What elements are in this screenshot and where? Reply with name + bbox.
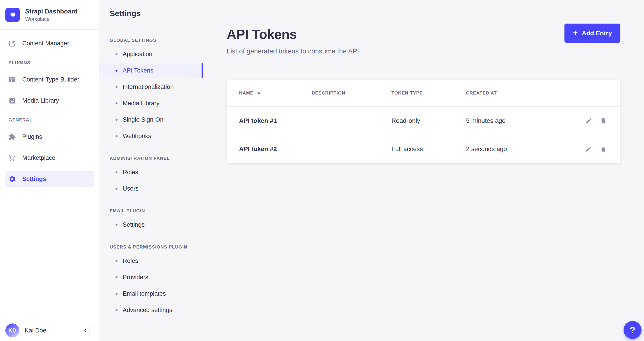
table-header-row: NAME DESCRIPTION TOKEN TYPE CREATED AT	[227, 80, 620, 107]
add-entry-label: Add Entry	[582, 30, 612, 37]
sidebar-item-settings[interactable]: Settings	[5, 171, 94, 187]
cell-created-at: 2 seconds ago	[466, 145, 574, 153]
pen-square-icon	[8, 40, 16, 47]
edit-button[interactable]	[584, 144, 593, 154]
settings-item-label: Providers	[123, 274, 148, 281]
main-content: API Tokens List of generated tokens to c…	[203, 0, 644, 341]
brand-title: Strapi Dashboard	[25, 7, 78, 15]
cell-created-at: 5 minutes ago	[466, 117, 574, 124]
settings-item-label: Media Library	[123, 100, 160, 107]
image-icon	[8, 97, 16, 104]
bullet-icon	[116, 171, 118, 173]
settings-item-label: Webhooks	[123, 133, 151, 140]
chevron-left-icon	[83, 328, 88, 333]
main-nav: Content Manager PLUGINS Content-Type Bui…	[0, 30, 99, 187]
column-header-description: DESCRIPTION	[312, 90, 392, 96]
settings-item-internationalization[interactable]: Internationalization	[99, 80, 203, 94]
settings-item-providers[interactable]: Providers	[99, 270, 203, 285]
settings-item-webhooks[interactable]: Webhooks	[99, 129, 203, 143]
bullet-icon	[116, 70, 118, 72]
sidebar-item-media-library[interactable]: Media Library	[5, 93, 94, 108]
settings-item-label: Application	[123, 51, 152, 58]
bullet-icon	[116, 102, 118, 104]
settings-item-label: API Tokens	[123, 67, 153, 74]
settings-item-label: Email templates	[123, 290, 166, 297]
trash-icon	[600, 146, 607, 152]
bullet-icon	[116, 309, 118, 311]
bullet-icon	[116, 119, 118, 121]
settings-sub-sidebar: Settings GLOBAL SETTINGS Application API…	[99, 0, 203, 341]
settings-item-media-library[interactable]: Media Library	[99, 96, 203, 110]
bullet-icon	[116, 224, 118, 226]
settings-section-global-settings: GLOBAL SETTINGS	[110, 38, 203, 43]
column-header-name[interactable]: NAME	[239, 90, 312, 96]
pencil-icon	[585, 146, 592, 152]
table-row[interactable]: API token #1 Read-only 5 minutes ago	[227, 107, 620, 135]
bullet-icon	[116, 135, 118, 137]
pencil-icon	[585, 117, 592, 124]
api-tokens-table: NAME DESCRIPTION TOKEN TYPE CREATED AT A…	[227, 80, 620, 163]
settings-panel-title: Settings	[110, 9, 203, 18]
sidebar-footer: KD Kai Doe	[0, 320, 99, 341]
bullet-icon	[116, 86, 118, 88]
settings-item-api-tokens[interactable]: API Tokens	[99, 63, 203, 78]
settings-section-users-permissions-plugin: USERS & PERMISSIONS PLUGIN	[110, 245, 203, 250]
column-header-token-type: TOKEN TYPE	[392, 90, 466, 96]
help-button[interactable]: ?	[624, 321, 642, 339]
sidebar-item-label: Plugins	[22, 133, 42, 140]
sidebar-item-label: Content-Type Builder	[22, 76, 79, 83]
bullet-icon	[116, 276, 118, 278]
settings-item-single-sign-on[interactable]: Single Sign-On	[99, 112, 203, 127]
divider	[110, 25, 120, 25]
sidebar-section-general: GENERAL	[8, 117, 94, 123]
column-header-label: NAME	[239, 90, 254, 96]
settings-item-label: Advanced settings	[123, 307, 172, 314]
layout-icon	[8, 76, 16, 83]
collapse-sidebar-button[interactable]	[81, 325, 90, 336]
settings-item-label: Roles	[123, 258, 138, 265]
user-name: Kai Doe	[25, 327, 46, 334]
settings-item-email-templates[interactable]: Email templates	[99, 287, 203, 301]
add-entry-button[interactable]: + Add Entry	[564, 23, 620, 43]
delete-button[interactable]	[598, 144, 608, 154]
delete-button[interactable]	[598, 116, 608, 125]
settings-item-email-settings[interactable]: Settings	[99, 218, 203, 232]
settings-item-admin-users[interactable]: Users	[99, 181, 203, 196]
settings-item-label: Settings	[123, 221, 145, 228]
cell-name: API token #2	[239, 145, 312, 153]
edit-button[interactable]	[584, 116, 593, 125]
page-header-text: API Tokens List of generated tokens to c…	[227, 23, 359, 55]
row-actions	[574, 116, 608, 125]
user-info[interactable]: KD Kai Doe	[6, 324, 46, 338]
brand-subtitle: Workplace	[25, 16, 78, 22]
sidebar-section-plugins: PLUGINS	[8, 60, 94, 65]
trash-icon	[600, 117, 607, 124]
sidebar-item-label: Media Library	[22, 97, 59, 104]
settings-item-admin-roles[interactable]: Roles	[99, 165, 203, 179]
page-subtitle: List of generated tokens to consume the …	[227, 47, 359, 55]
settings-item-application[interactable]: Application	[99, 47, 203, 61]
settings-item-advanced-settings[interactable]: Advanced settings	[99, 303, 203, 317]
cell-name: API token #1	[239, 117, 312, 124]
settings-section-email-plugin: EMAIL PLUGIN	[110, 208, 203, 214]
cell-token-type: Read-only	[392, 117, 466, 124]
column-header-created-at: CREATED AT	[466, 90, 574, 96]
sidebar-item-marketplace[interactable]: Marketplace	[5, 150, 94, 166]
settings-item-up-roles[interactable]: Roles	[99, 254, 203, 268]
main-sidebar: Strapi Dashboard Workplace Content Manag…	[0, 0, 99, 341]
gear-icon	[8, 175, 16, 183]
settings-item-label: Roles	[123, 169, 138, 176]
sidebar-item-plugins[interactable]: Plugins	[5, 129, 94, 145]
brand: Strapi Dashboard Workplace	[0, 0, 99, 30]
cart-icon	[8, 154, 16, 162]
page-title: API Tokens	[227, 27, 359, 42]
sidebar-item-label: Content Manager	[22, 40, 69, 47]
brand-text: Strapi Dashboard Workplace	[25, 7, 78, 22]
table-row[interactable]: API token #2 Full access 2 seconds ago	[227, 135, 620, 163]
bullet-icon	[116, 293, 118, 295]
sidebar-item-content-manager[interactable]: Content Manager	[5, 35, 94, 51]
sidebar-item-content-type-builder[interactable]: Content-Type Builder	[5, 72, 94, 87]
plus-icon: +	[573, 29, 578, 37]
cell-token-type: Full access	[392, 145, 466, 153]
settings-item-label: Internationalization	[123, 83, 174, 90]
